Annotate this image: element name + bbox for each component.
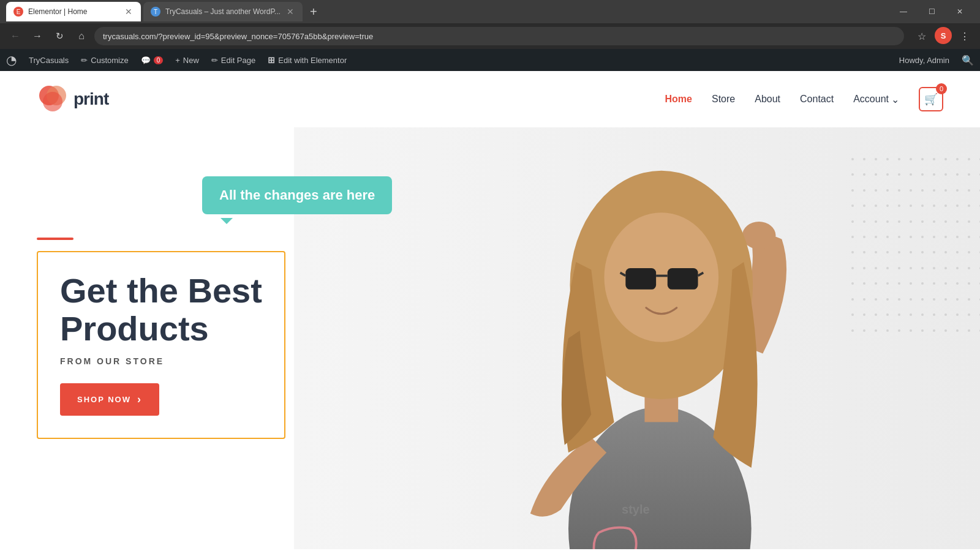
wp-comments-item[interactable]: 💬 0 bbox=[135, 49, 170, 71]
hero-title-line1: Get the Best bbox=[60, 271, 262, 310]
hero-background: style // dots generated by JS below bbox=[294, 127, 980, 549]
comment-count: 0 bbox=[154, 56, 164, 64]
customize-label: Customize bbox=[91, 56, 128, 65]
wp-logo-item[interactable]: ◔ bbox=[0, 49, 23, 71]
logo-text: print bbox=[74, 89, 108, 109]
hero-title: Get the Best Products bbox=[60, 272, 262, 347]
home-button[interactable]: ⌂ bbox=[72, 27, 91, 45]
title-bar: E Elementor | Home ✕ T TryCasuals – Just… bbox=[0, 0, 980, 23]
toolbar-icons: ☆ S ⋮ bbox=[913, 27, 974, 45]
site-logo[interactable]: print bbox=[37, 83, 108, 115]
tab-title-trycasuals: TryCasuals – Just another WordP... bbox=[165, 7, 281, 16]
reload-button[interactable]: ↻ bbox=[50, 27, 69, 45]
wp-edit-page-item[interactable]: ✏ Edit Page bbox=[205, 49, 262, 71]
minimize-button[interactable]: — bbox=[889, 0, 918, 23]
wp-logo-icon: ◔ bbox=[6, 53, 17, 67]
extensions-button[interactable]: ⋮ bbox=[956, 27, 974, 45]
comment-icon: 💬 bbox=[141, 56, 151, 65]
trycasuals-label: TryCasuals bbox=[29, 56, 69, 65]
cart-icon: 🛒 bbox=[924, 92, 938, 106]
new-tab-button[interactable]: + bbox=[305, 3, 322, 20]
pencil-icon: ✏ bbox=[81, 56, 88, 65]
svg-rect-10 bbox=[668, 268, 698, 290]
hero-subtitle: FROM OUR STORE bbox=[60, 356, 262, 366]
tab-close-elementor[interactable]: ✕ bbox=[124, 7, 134, 17]
account-label: Account bbox=[853, 94, 889, 105]
elementor-label: Edit with Elementor bbox=[278, 56, 347, 65]
tab-favicon-trycasuals: T bbox=[151, 7, 160, 17]
svg-point-8 bbox=[604, 212, 718, 342]
browser-chrome: E Elementor | Home ✕ T TryCasuals – Just… bbox=[0, 0, 980, 49]
cart-button[interactable]: 🛒 0 bbox=[919, 87, 943, 111]
wp-trycasuals-item[interactable]: TryCasuals bbox=[23, 49, 75, 71]
hero-content: Get the Best Products FROM OUR STORE SHO… bbox=[0, 238, 285, 438]
svg-text:style: style bbox=[622, 503, 649, 516]
chevron-down-icon: ⌄ bbox=[891, 94, 899, 105]
shop-now-button[interactable]: SHOP NOW › bbox=[60, 383, 159, 416]
svg-point-2 bbox=[43, 92, 62, 111]
wp-admin-right: Howdy, Admin 🔍 bbox=[893, 54, 980, 66]
edit-pencil-icon: ✏ bbox=[211, 56, 218, 65]
logo-icon bbox=[37, 83, 69, 115]
shop-now-label: SHOP NOW bbox=[77, 395, 131, 404]
url-text: trycasuals.com/?preview_id=95&preview_no… bbox=[103, 32, 373, 41]
site-wrapper: print Home Store About Contact Account ⌄… bbox=[0, 71, 980, 551]
plus-icon: + bbox=[175, 56, 180, 65]
wp-customize-item[interactable]: ✏ Customize bbox=[75, 49, 134, 71]
wp-admin-bar: ◔ TryCasuals ✏ Customize 💬 0 + New ✏ Edi… bbox=[0, 49, 980, 71]
window-controls: — ☐ ✕ bbox=[889, 0, 974, 23]
howdy-text: Howdy, Admin bbox=[893, 56, 956, 65]
site-header: print Home Store About Contact Account ⌄… bbox=[0, 71, 980, 127]
site-nav: Home Store About Contact Account ⌄ 🛒 0 bbox=[665, 87, 943, 111]
address-bar: ← → ↻ ⌂ trycasuals.com/?preview_id=95&pr… bbox=[0, 23, 980, 49]
tab-trycasuals[interactable]: T TryCasuals – Just another WordP... ✕ bbox=[143, 2, 303, 21]
tab-close-trycasuals[interactable]: ✕ bbox=[285, 7, 295, 17]
elementor-icon: ⊞ bbox=[268, 55, 275, 65]
nav-about[interactable]: About bbox=[755, 94, 780, 105]
hero-image: style bbox=[294, 127, 980, 549]
speech-bubble-text: All the changes are here bbox=[219, 187, 375, 203]
nav-contact[interactable]: Contact bbox=[800, 94, 834, 105]
hero-box: Get the Best Products FROM OUR STORE SHO… bbox=[37, 251, 285, 438]
wp-new-item[interactable]: + New bbox=[169, 49, 205, 71]
svg-point-5 bbox=[742, 222, 776, 249]
edit-page-label: Edit Page bbox=[221, 56, 255, 65]
tab-elementor[interactable]: E Elementor | Home ✕ bbox=[6, 2, 141, 21]
tab-favicon-elementor: E bbox=[13, 7, 23, 17]
cart-count: 0 bbox=[936, 83, 947, 94]
svg-rect-9 bbox=[625, 268, 656, 290]
nav-store[interactable]: Store bbox=[712, 94, 735, 105]
wp-search-icon[interactable]: 🔍 bbox=[956, 54, 980, 66]
profile-button[interactable]: S bbox=[935, 27, 952, 44]
speech-bubble: All the changes are here bbox=[202, 176, 392, 214]
hero-title-line2: Products bbox=[60, 309, 209, 348]
tab-title-elementor: Elementor | Home bbox=[28, 7, 119, 16]
hero-section: style // dots generated by JS below All … bbox=[0, 127, 980, 549]
close-button[interactable]: ✕ bbox=[946, 0, 974, 23]
back-button[interactable]: ← bbox=[6, 27, 24, 45]
nav-account[interactable]: Account ⌄ bbox=[853, 94, 899, 105]
shop-now-arrow: › bbox=[137, 393, 142, 406]
wp-elementor-item[interactable]: ⊞ Edit with Elementor bbox=[262, 49, 353, 71]
nav-home[interactable]: Home bbox=[665, 94, 692, 105]
url-bar[interactable]: trycasuals.com/?preview_id=95&preview_no… bbox=[94, 27, 904, 45]
accent-line bbox=[37, 238, 74, 240]
new-label: New bbox=[183, 56, 199, 65]
maximize-button[interactable]: ☐ bbox=[918, 0, 946, 23]
forward-button[interactable]: → bbox=[28, 27, 47, 45]
bookmark-button[interactable]: ☆ bbox=[913, 27, 931, 45]
